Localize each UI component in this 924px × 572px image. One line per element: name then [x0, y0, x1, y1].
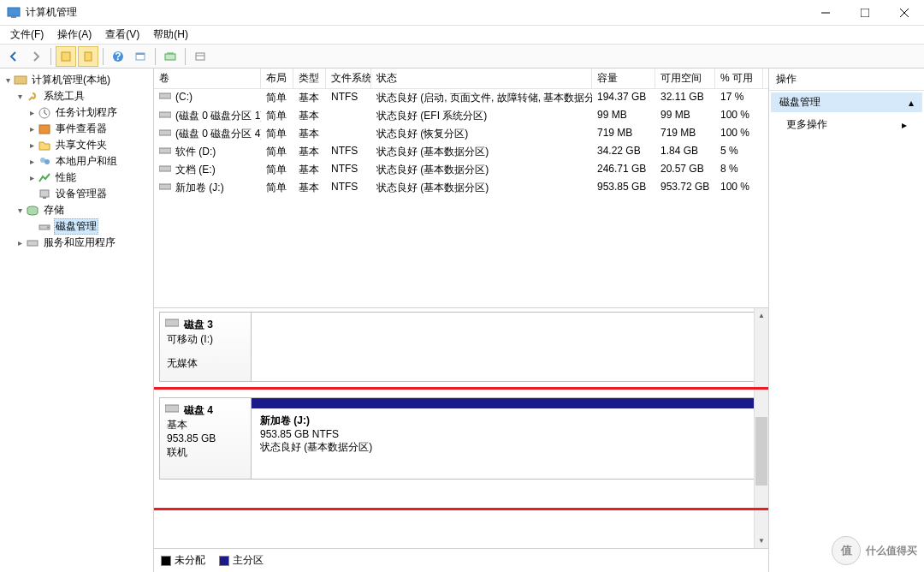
volume-row[interactable]: 软件 (D:)简单基本NTFS状态良好 (基本数据分区)34.22 GB1.84…	[154, 143, 768, 161]
toolbar-btn-3[interactable]	[130, 46, 151, 67]
unallocated-swatch	[161, 556, 171, 566]
volume-icon	[159, 91, 173, 103]
svg-rect-27	[159, 112, 171, 117]
close-button[interactable]	[885, 0, 924, 26]
svg-rect-0	[8, 8, 20, 16]
partition-header	[252, 398, 762, 408]
volume-row[interactable]: (磁盘 0 磁盘分区 4)简单基本状态良好 (恢复分区)719 MB719 MB…	[154, 125, 768, 143]
graphical-scrollbar[interactable]: ▲ ▼	[754, 308, 768, 548]
folder-icon	[38, 139, 51, 152]
legend-primary: 主分区	[233, 553, 264, 568]
titlebar: 计算机管理	[0, 0, 924, 26]
tree-storage[interactable]: 存储	[42, 202, 66, 218]
legend: 未分配 主分区	[154, 548, 768, 572]
tree-root[interactable]: 计算机管理(本地)	[30, 72, 112, 88]
volume-row[interactable]: 文档 (E:)简单基本NTFS状态良好 (基本数据分区)246.71 GB20.…	[154, 161, 768, 179]
disk-3-block[interactable]: 磁盘 3 可移动 (I:) 无媒体	[159, 312, 763, 382]
tree-task-scheduler[interactable]: 任务计划程序	[54, 104, 119, 121]
col-layout[interactable]: 布局	[261, 69, 293, 88]
disk-4-block[interactable]: 磁盘 4 基本 953.85 GB 联机 新加卷 (J:) 953.85 GB …	[159, 397, 763, 480]
disk-icon	[165, 403, 179, 416]
tree-systools[interactable]: 系统工具	[42, 88, 86, 104]
partition-j[interactable]: 新加卷 (J:) 953.85 GB NTFS 状态良好 (基本数据分区)	[252, 408, 762, 479]
device-manager-icon	[38, 188, 51, 201]
volume-icon	[159, 182, 173, 194]
scroll-down-icon[interactable]: ▼	[755, 533, 768, 548]
watermark: 值 什么值得买	[832, 536, 917, 565]
event-viewer-icon	[38, 122, 51, 136]
users-icon	[38, 155, 51, 169]
svg-point-24	[47, 226, 49, 228]
computer-icon	[14, 74, 27, 87]
window-title: 计算机管理	[26, 5, 806, 20]
svg-rect-12	[165, 54, 175, 60]
forward-button[interactable]	[26, 46, 46, 67]
storage-icon	[26, 204, 39, 217]
scroll-up-icon[interactable]: ▲	[755, 308, 768, 323]
volume-row[interactable]: 新加卷 (J:)简单基本NTFS状态良好 (基本数据分区)953.85 GB95…	[154, 179, 768, 197]
col-status[interactable]: 状态	[371, 69, 592, 88]
svg-text:?: ?	[115, 51, 121, 63]
watermark-text: 什么值得买	[866, 544, 917, 558]
menu-view[interactable]: 查看(V)	[98, 26, 146, 44]
navigation-tree[interactable]: ▾计算机管理(本地) ▾系统工具 ▸任务计划程序 ▸事件查看器 ▸共享文件夹 ▸…	[0, 69, 154, 572]
tree-shared-folders[interactable]: 共享文件夹	[54, 137, 109, 153]
disk4-title: 磁盘 4	[184, 403, 244, 418]
volume-icon	[159, 128, 173, 140]
svg-rect-21	[43, 197, 46, 199]
graphical-disk-view[interactable]: 磁盘 3 可移动 (I:) 无媒体 磁盘 4 基本 953.85 GB 联机	[154, 308, 768, 548]
svg-rect-29	[159, 148, 171, 153]
volume-header: 卷 布局 类型 文件系统 状态 容量 可用空间 % 可用	[154, 69, 768, 89]
tools-icon	[26, 90, 39, 104]
performance-icon	[38, 171, 51, 185]
services-icon	[26, 236, 39, 250]
svg-rect-30	[159, 166, 171, 171]
tree-services[interactable]: 服务和应用程序	[42, 235, 117, 251]
minimize-button[interactable]	[806, 0, 845, 26]
app-icon	[7, 6, 21, 20]
clock-icon	[38, 106, 51, 120]
main-panel: 卷 布局 类型 文件系统 状态 容量 可用空间 % 可用 (C:)简单基本NTF…	[154, 69, 768, 572]
tree-local-users[interactable]: 本地用户和组	[54, 153, 119, 170]
disk4-online: 联机	[167, 445, 244, 459]
menu-help[interactable]: 帮助(H)	[146, 26, 195, 44]
menu-action[interactable]: 操作(A)	[50, 26, 98, 44]
tree-disk-mgmt[interactable]: 磁盘管理	[54, 218, 98, 235]
toolbar-btn-4[interactable]	[160, 46, 181, 67]
col-pct[interactable]: % 可用	[715, 69, 763, 88]
maximize-button[interactable]	[845, 0, 885, 26]
volume-row[interactable]: (磁盘 0 磁盘分区 1)简单基本状态良好 (EFI 系统分区)99 MB99 …	[154, 107, 768, 125]
svg-rect-32	[165, 319, 179, 326]
disk3-removable: 可移动 (I:)	[167, 332, 244, 346]
tree-device-manager[interactable]: 设备管理器	[54, 186, 109, 202]
volume-icon	[159, 110, 173, 122]
help-button[interactable]: ?	[108, 46, 128, 67]
volume-row[interactable]: (C:)简单基本NTFS状态良好 (启动, 页面文件, 故障转储, 基本数据分区…	[154, 89, 768, 107]
col-capacity[interactable]: 容量	[592, 69, 655, 88]
svg-rect-26	[159, 93, 171, 98]
toolbar-btn-5[interactable]	[190, 46, 210, 67]
col-volume[interactable]: 卷	[154, 69, 261, 88]
actions-group[interactable]: 磁盘管理 ▴	[771, 92, 922, 112]
svg-point-19	[44, 159, 50, 164]
svg-rect-31	[159, 184, 171, 189]
more-actions[interactable]: 更多操作 ▸	[769, 114, 924, 135]
toolbar-btn-2[interactable]	[78, 46, 98, 67]
tree-performance[interactable]: 性能	[54, 170, 78, 186]
menu-file[interactable]: 文件(F)	[3, 26, 50, 44]
volume-list[interactable]: 卷 布局 类型 文件系统 状态 容量 可用空间 % 可用 (C:)简单基本NTF…	[154, 69, 768, 308]
back-button[interactable]	[3, 46, 24, 67]
volume-icon	[159, 146, 173, 158]
col-type[interactable]: 类型	[293, 69, 326, 88]
collapse-icon: ▴	[909, 97, 914, 109]
partition-status: 状态良好 (基本数据分区)	[260, 440, 754, 455]
col-fs[interactable]: 文件系统	[326, 69, 371, 88]
partition-name: 新加卷 (J:)	[260, 414, 754, 428]
svg-rect-6	[62, 52, 70, 61]
col-free[interactable]: 可用空间	[655, 69, 715, 88]
chevron-right-icon: ▸	[902, 119, 907, 131]
toolbar-btn-1[interactable]	[56, 46, 76, 67]
svg-rect-20	[40, 190, 49, 197]
svg-rect-7	[85, 52, 92, 61]
tree-event-viewer[interactable]: 事件查看器	[54, 121, 109, 137]
